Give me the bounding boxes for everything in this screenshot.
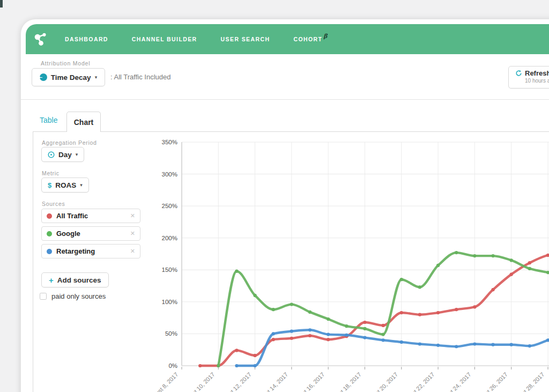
svg-text:August 18, 2017: August 18, 2017 [328, 371, 362, 392]
svg-text:200%: 200% [162, 235, 177, 241]
add-sources-button[interactable]: + Add sources [41, 272, 109, 287]
source-name: Retargeting [56, 247, 126, 255]
attribution-model-label: Attribution Model [41, 60, 90, 66]
svg-text:August 24, 2017: August 24, 2017 [437, 371, 472, 392]
source-name: All Traffic [56, 212, 126, 220]
source-color-dot [47, 249, 52, 254]
traffic-included-text: : All Traffic Included [110, 73, 171, 81]
svg-text:300%: 300% [162, 171, 177, 177]
svg-text:350%: 350% [162, 139, 177, 145]
screen-corner-artifact [0, 0, 3, 8]
paid-only-checkbox[interactable] [40, 293, 47, 300]
section-divider [21, 99, 549, 100]
svg-text:August 26, 2017: August 26, 2017 [474, 371, 509, 392]
metric-label: Metric [42, 170, 60, 176]
aggregation-period-value: Day [58, 151, 72, 159]
source-chip-google[interactable]: Google ✕ [41, 226, 140, 241]
caret-down-icon: ▾ [80, 182, 83, 188]
svg-text:August 8, 2017: August 8, 2017 [151, 371, 179, 392]
svg-text:August 22, 2017: August 22, 2017 [400, 371, 435, 392]
svg-text:August 28, 2017: August 28, 2017 [510, 371, 545, 392]
nav-item-cohort[interactable]: COHORTβ [293, 36, 328, 43]
clock-icon [48, 151, 55, 158]
refresh-icon [515, 70, 522, 77]
metric-dropdown[interactable]: $ ROAS ▾ [41, 177, 89, 193]
app-window: DASHBOARD CHANNEL BUILDER USER SEARCH CO… [20, 19, 549, 392]
refresh-timestamp: 10 hours ago [525, 78, 549, 84]
add-sources-label: Add sources [57, 276, 101, 284]
svg-text:August 10, 2017: August 10, 2017 [181, 371, 216, 392]
svg-text:250%: 250% [162, 203, 177, 209]
close-icon[interactable]: ✕ [130, 248, 135, 255]
aggregation-period-dropdown[interactable]: Day ▾ [41, 147, 84, 162]
aggregation-period-label: Aggregation Period [42, 139, 97, 146]
top-nav: DASHBOARD CHANNEL BUILDER USER SEARCH CO… [26, 24, 549, 54]
source-chip-retargeting[interactable]: Retargeting ✕ [41, 244, 140, 258]
paid-only-sources-toggle[interactable]: paid only sources [40, 292, 106, 300]
svg-text:0%: 0% [168, 363, 177, 369]
refresh-label: Refresh [525, 69, 549, 77]
attribution-model-value: Time Decay [51, 73, 91, 82]
svg-text:100%: 100% [162, 299, 177, 305]
chart-panel: Aggregation Period Day ▾ Metric $ ROAS ▾… [33, 131, 549, 392]
pie-chart-icon [40, 73, 47, 81]
svg-text:50%: 50% [165, 330, 177, 337]
source-color-dot [47, 231, 52, 236]
tab-table[interactable]: Table [40, 116, 57, 124]
nav-item-dashboard[interactable]: DASHBOARD [65, 36, 108, 42]
beta-badge: β [323, 33, 328, 40]
refresh-button[interactable]: Refresh 10 hours ago [508, 66, 549, 88]
caret-down-icon: ▾ [95, 75, 98, 80]
nav-item-cohort-label: COHORT [293, 36, 322, 42]
sources-label: Sources [42, 201, 65, 207]
caret-down-icon: ▾ [76, 152, 78, 157]
nav-items: DASHBOARD CHANNEL BUILDER USER SEARCH CO… [65, 36, 328, 43]
svg-text:August 12, 2017: August 12, 2017 [218, 371, 253, 392]
svg-text:August 14, 2017: August 14, 2017 [254, 371, 289, 392]
close-icon[interactable]: ✕ [130, 230, 135, 237]
svg-text:150%: 150% [162, 267, 177, 273]
roas-line-chart: August 8, 2017August 10, 2017August 12, … [151, 136, 549, 392]
source-chip-all-traffic[interactable]: All Traffic ✕ [41, 209, 140, 223]
svg-text:August 16, 2017: August 16, 2017 [291, 371, 325, 392]
paid-only-label: paid only sources [51, 292, 106, 300]
chart-svg: August 8, 2017August 10, 2017August 12, … [151, 136, 549, 392]
svg-text:August 20, 2017: August 20, 2017 [364, 371, 399, 392]
attribution-model-dropdown[interactable]: Time Decay ▾ [32, 68, 105, 86]
metric-value: ROAS [55, 181, 76, 189]
source-color-dot [47, 213, 52, 219]
tab-chart[interactable]: Chart [66, 112, 101, 132]
nav-item-user-search[interactable]: USER SEARCH [221, 36, 270, 42]
logo-icon[interactable] [33, 32, 48, 47]
dollar-icon: $ [48, 181, 51, 189]
plus-icon: + [49, 276, 54, 285]
nav-item-channel-builder[interactable]: CHANNEL BUILDER [132, 36, 197, 42]
close-icon[interactable]: ✕ [130, 212, 135, 219]
source-name: Google [56, 230, 126, 238]
